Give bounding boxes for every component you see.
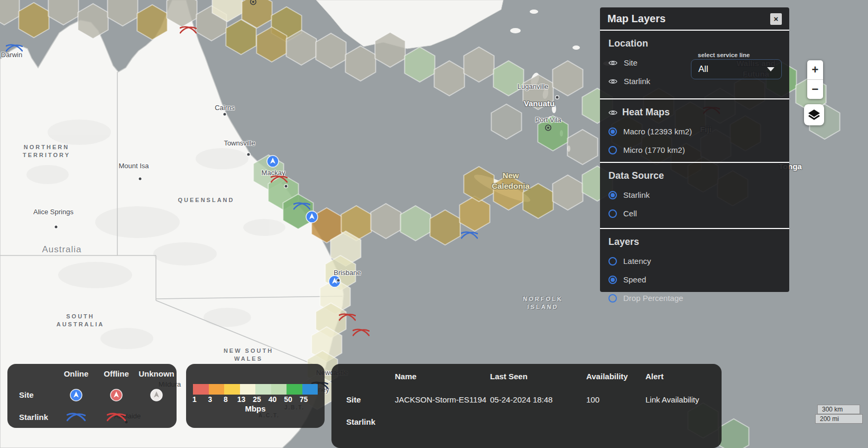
location-heading: Location bbox=[608, 38, 781, 49]
section-layers: Layers LatencySpeedDrop Percentage bbox=[600, 229, 789, 314]
radio-latency[interactable]: Latency bbox=[608, 257, 781, 266]
speed-unit-label: Mbps bbox=[186, 404, 325, 413]
status-legend-panel: Online Offline Unknown Site Starlink bbox=[7, 364, 177, 428]
panel-title: Map Layers bbox=[607, 13, 666, 25]
site-last-seen-value: 05-24-2024 18:48 bbox=[490, 386, 586, 409]
starlink-availability-value bbox=[586, 409, 645, 431]
city-dot bbox=[337, 279, 340, 282]
speed-tick: 13 bbox=[237, 395, 246, 404]
radio-icon bbox=[608, 294, 617, 303]
site-online-marker[interactable] bbox=[328, 275, 341, 290]
city-dot bbox=[285, 185, 288, 188]
speed-legend-panel: 1381325405075 Mbps bbox=[186, 364, 325, 428]
starlink-offline-marker[interactable] bbox=[339, 312, 356, 325]
starlink-offline-marker[interactable] bbox=[353, 327, 370, 340]
section-heat-maps: Heat Maps Macro (12393 km2)Micro (1770 k… bbox=[600, 99, 789, 163]
heat-maps-heading: Heat Maps bbox=[622, 107, 670, 118]
col-name: Name bbox=[395, 367, 490, 386]
site-online-marker[interactable] bbox=[266, 155, 279, 170]
speed-tick: 25 bbox=[253, 395, 261, 404]
zoom-in-button[interactable]: + bbox=[807, 60, 823, 79]
starlink-online-marker[interactable] bbox=[6, 43, 23, 56]
scale-mi: 200 mi bbox=[815, 414, 863, 424]
radio-icon bbox=[608, 209, 617, 218]
section-data-source: Data Source StarlinkCell bbox=[600, 163, 789, 229]
city-dot bbox=[556, 96, 559, 99]
starlink-last-seen-value bbox=[490, 409, 586, 431]
map-layers-panel: Map Layers × Location SiteStarlink selec… bbox=[600, 7, 789, 292]
speed-tick: 3 bbox=[208, 395, 213, 404]
starlink-online-icon bbox=[56, 412, 96, 423]
data-source-heading: Data Source bbox=[608, 170, 781, 181]
speed-tick: 50 bbox=[284, 395, 292, 404]
col-alert: Alert bbox=[645, 367, 717, 386]
legend-col-unknown: Unknown bbox=[136, 369, 177, 378]
section-location: Location SiteStarlink select service lin… bbox=[600, 31, 789, 99]
service-line-value: All bbox=[698, 64, 708, 75]
starlink-online-marker[interactable] bbox=[461, 230, 478, 243]
legend-row-site: Site bbox=[7, 390, 56, 399]
capital-city-icon bbox=[545, 124, 552, 133]
city-dot bbox=[224, 113, 226, 116]
starlink-offline-marker[interactable] bbox=[180, 25, 197, 38]
starlink-offline-icon bbox=[96, 412, 136, 423]
site-availability-value: 100 bbox=[586, 386, 645, 409]
legend-row-starlink: Starlink bbox=[7, 413, 56, 422]
speed-scale-ticks: 1381325405075 bbox=[193, 395, 318, 405]
speed-tick: 1 bbox=[192, 395, 197, 404]
selection-info-panel: Name Last Seen Availability Alert Site J… bbox=[331, 364, 722, 448]
city-dot bbox=[55, 226, 58, 228]
eye-icon[interactable] bbox=[608, 109, 617, 116]
speed-tick: 75 bbox=[300, 395, 308, 404]
speed-tick: 40 bbox=[269, 395, 277, 404]
radio-icon bbox=[608, 257, 617, 266]
radio-macro-12393-km2[interactable]: Macro (12393 km2) bbox=[608, 127, 781, 136]
capital-city-icon bbox=[250, 0, 257, 7]
legend-col-online: Online bbox=[56, 369, 96, 378]
radio-icon bbox=[608, 191, 617, 199]
speed-color-scale bbox=[193, 384, 318, 395]
city-dot bbox=[139, 178, 142, 180]
radio-drop-percentage[interactable]: Drop Percentage bbox=[608, 294, 781, 303]
starlink-alert-value bbox=[645, 409, 717, 431]
layers-icon bbox=[808, 109, 820, 121]
radio-icon bbox=[608, 127, 617, 136]
city-dot bbox=[247, 153, 250, 156]
scale-km: 300 km bbox=[817, 405, 860, 414]
site-name-value: JACKSON-Storm-ES1194 bbox=[395, 386, 490, 409]
service-line-label: select service line bbox=[698, 52, 782, 58]
service-line-dropdown[interactable]: select service line All bbox=[691, 52, 782, 79]
legend-col-offline: Offline bbox=[96, 369, 136, 378]
col-last-seen: Last Seen bbox=[490, 367, 586, 386]
starlink-name-value bbox=[395, 409, 490, 431]
radio-cell[interactable]: Cell bbox=[608, 209, 781, 218]
row-label-site: Site bbox=[346, 386, 395, 409]
zoom-control: + − bbox=[807, 60, 823, 99]
basemap-layers-button[interactable] bbox=[804, 104, 824, 125]
chevron-down-icon bbox=[767, 67, 774, 71]
radio-icon bbox=[608, 276, 617, 284]
speed-tick: 8 bbox=[224, 395, 228, 404]
eye-icon bbox=[608, 60, 617, 66]
close-icon[interactable]: × bbox=[770, 13, 782, 25]
radio-speed[interactable]: Speed bbox=[608, 275, 781, 284]
site-offline-marker-icon bbox=[96, 389, 136, 401]
eye-icon bbox=[608, 78, 617, 85]
starlink-online-marker[interactable] bbox=[293, 201, 310, 214]
site-online-marker-icon bbox=[56, 389, 96, 401]
row-label-starlink: Starlink bbox=[346, 409, 395, 431]
col-availability: Availability bbox=[586, 367, 645, 386]
zoom-out-button[interactable]: − bbox=[807, 79, 823, 99]
radio-starlink[interactable]: Starlink bbox=[608, 190, 781, 199]
site-unknown-marker-icon bbox=[136, 389, 177, 401]
layers-heading: Layers bbox=[608, 236, 781, 248]
site-alert-value: Link Availability bbox=[645, 386, 717, 409]
radio-micro-1770-km2[interactable]: Micro (1770 km2) bbox=[608, 145, 781, 154]
radio-icon bbox=[608, 146, 617, 154]
